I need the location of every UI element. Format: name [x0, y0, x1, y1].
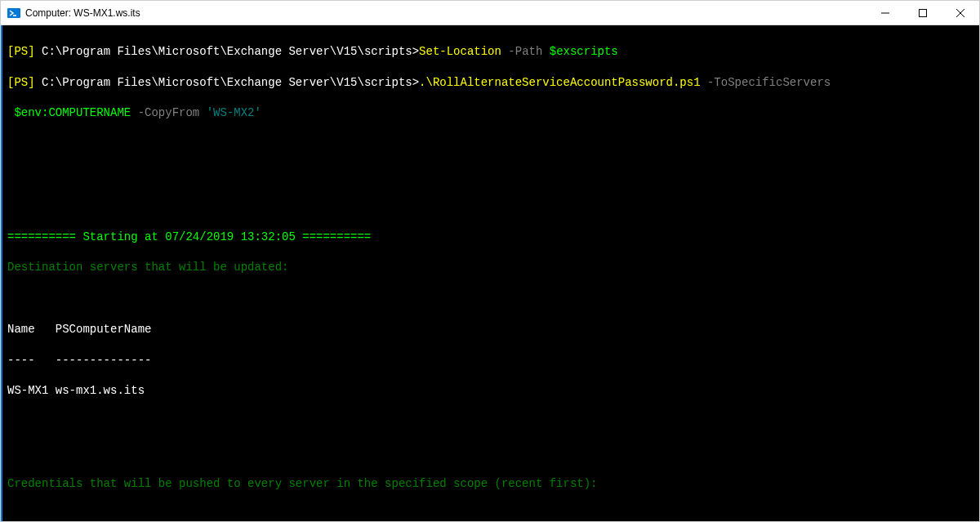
titlebar: Computer: WS-MX1.ws.its — [1, 1, 979, 25]
param-path: -Path — [508, 45, 542, 58]
ps-tag: [PS] — [7, 76, 35, 89]
terminal-output[interactable]: [PS] C:\Program Files\Microsoft\Exchange… — [1, 25, 979, 521]
starting-line: ========== Starting at 07/24/2019 13:32:… — [7, 230, 974, 245]
prompt-line-2: [PS] C:\Program Files\Microsoft\Exchange… — [7, 75, 974, 91]
window-title: Computer: WS-MX1.ws.its — [25, 7, 866, 19]
svg-rect-3 — [920, 9, 927, 16]
prompt-line-1: [PS] C:\Program Files\Microsoft\Exchange… — [7, 44, 974, 60]
script-invocation: .\RollAlternateServiceAccountPassword.ps… — [419, 76, 700, 89]
prompt-line-2-cont: $env:COMPUTERNAME -CopyFrom 'WS-MX2' — [7, 105, 974, 121]
dest-table-dash: ---- -------------- — [7, 353, 974, 368]
maximize-button[interactable] — [904, 1, 942, 25]
app-icon — [7, 7, 20, 20]
param-tospecific: -ToSpecificServers — [707, 76, 831, 89]
prompt-path: C:\Program Files\Microsoft\Exchange Serv… — [42, 76, 419, 89]
var-computername: $env:COMPUTERNAME — [7, 106, 131, 119]
dest-header: Destination servers that will be updated… — [7, 260, 974, 275]
close-button[interactable] — [942, 1, 979, 25]
prompt-path: C:\Program Files\Microsoft\Exchange Serv… — [42, 45, 419, 58]
ps-tag: [PS] — [7, 45, 35, 58]
param-copyfrom: -CopyFrom — [138, 106, 200, 119]
minimize-button[interactable] — [866, 1, 904, 25]
dest-table-row: WS-MX1 ws-mx1.ws.its — [7, 383, 974, 399]
string-wsmx2: 'WS-MX2' — [207, 106, 261, 119]
window-controls — [866, 1, 979, 25]
powershell-window: Computer: WS-MX1.ws.its [PS] C:\Program … — [0, 0, 980, 522]
var-exscripts: $exscripts — [550, 45, 618, 58]
cmdlet-set-location: Set-Location — [419, 45, 501, 58]
cred-header: Credentials that will be pushed to every… — [7, 476, 974, 492]
dest-table-cols: Name PSComputerName — [7, 322, 974, 337]
